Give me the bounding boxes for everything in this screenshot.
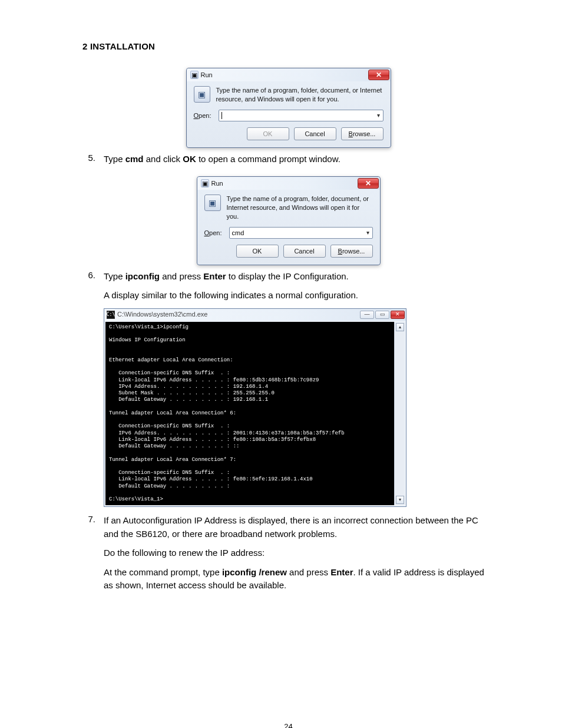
cmd-title-text: C:\Windows\system32\cmd.exe	[117, 309, 360, 319]
page-number: 24	[82, 722, 494, 728]
cancel-button[interactable]: Cancel	[283, 245, 326, 258]
window-title: Run	[201, 71, 368, 78]
open-label: Open:	[204, 229, 223, 236]
run-app-icon: ▣	[201, 179, 209, 187]
run-app-icon: ▣	[190, 71, 199, 79]
run-description: Type the name of a program, folder, docu…	[227, 195, 373, 221]
open-combobox[interactable]: cmd ▾	[229, 227, 373, 239]
titlebar: ▣ Run ✕	[187, 68, 391, 81]
open-label: Open:	[194, 112, 213, 119]
section-heading: 2 INSTALLATION	[82, 41, 494, 51]
step-6-text: Type ipconfig and press Enter to display…	[104, 270, 494, 508]
maximize-button[interactable]: ▭	[375, 311, 389, 319]
close-button[interactable]: ✕	[358, 178, 379, 189]
open-combobox[interactable]: ▾	[219, 110, 384, 121]
chevron-down-icon[interactable]: ▾	[377, 112, 382, 118]
run-body-icon: ▣	[204, 195, 221, 211]
titlebar: ▣ Run ✕	[197, 177, 380, 190]
scrollbar[interactable]: ▴ ▾	[394, 322, 405, 506]
run-dialog-2: ▣ Run ✕ ▣ Type the name of a program, fo…	[197, 176, 381, 265]
step-7-text: If an Autoconfiguration IP Address is di…	[104, 514, 494, 598]
scroll-down-icon[interactable]: ▾	[396, 496, 404, 504]
cmd-window: C:\ C:\Windows\system32\cmd.exe — ▭ ✕ C:…	[104, 308, 406, 508]
minimize-button[interactable]: —	[360, 311, 374, 319]
step-5-text: Type cmd and click OK to open a command …	[104, 153, 494, 172]
cmd-output: C:\Users\Vista_1>ipconfig Windows IP Con…	[105, 322, 394, 506]
ok-button[interactable]: OK	[236, 245, 279, 258]
open-input-value[interactable]: cmd	[232, 229, 366, 236]
cmd-icon: C:\	[107, 311, 115, 319]
ok-button[interactable]: OK	[247, 127, 289, 140]
step-number: 6.	[82, 270, 104, 508]
chevron-down-icon[interactable]: ▾	[366, 229, 371, 236]
open-input-value[interactable]	[222, 111, 377, 119]
run-body-icon: ▣	[194, 86, 210, 103]
cancel-button[interactable]: Cancel	[294, 127, 336, 140]
scroll-up-icon[interactable]: ▴	[396, 323, 404, 331]
run-dialog-1: ▣ Run ✕ ▣ Type the name of a program, fo…	[186, 68, 391, 148]
step-number: 7.	[82, 514, 104, 598]
browse-button[interactable]: Browse...	[341, 127, 384, 140]
browse-button[interactable]: Browse...	[330, 245, 373, 258]
cmd-titlebar: C:\ C:\Windows\system32\cmd.exe — ▭ ✕	[104, 309, 406, 321]
run-description: Type the name of a program, folder, docu…	[216, 86, 384, 104]
window-title: Run	[211, 180, 358, 187]
step-number: 5.	[82, 153, 104, 172]
close-button[interactable]: ✕	[391, 311, 405, 319]
close-button[interactable]: ✕	[368, 70, 389, 80]
